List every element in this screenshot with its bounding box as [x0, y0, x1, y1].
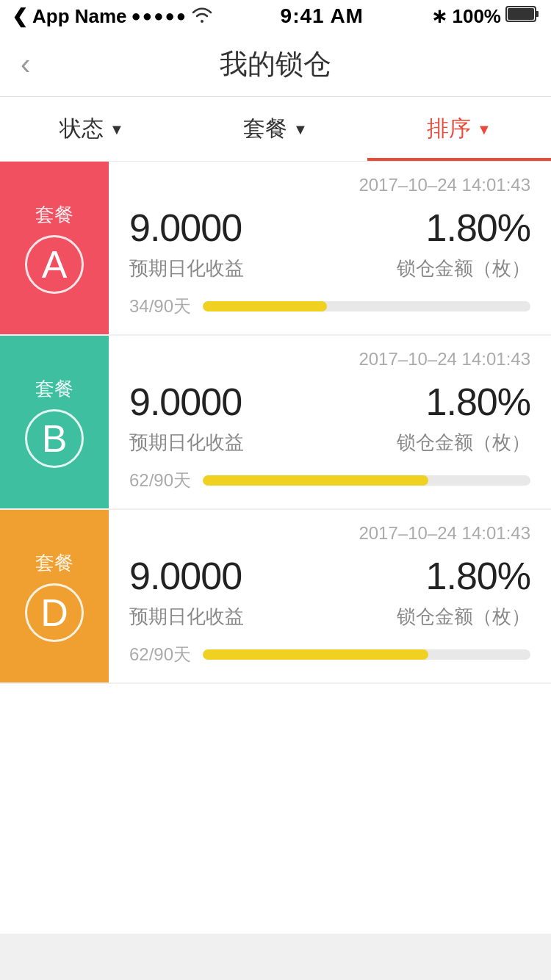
card-sublabel2-b: 锁仓金额（枚）	[397, 430, 530, 455]
progress-bar-bg-a	[203, 301, 530, 311]
card-sublabel1-d: 预期日化收益	[129, 604, 244, 630]
wifi-icon	[192, 5, 212, 28]
svg-rect-1	[536, 11, 539, 17]
svg-rect-2	[508, 8, 534, 20]
card-item[interactable]: 套餐 A 2017–10–24 14:01:43 9.0000 1.80% 预期…	[0, 162, 551, 334]
progress-bar-fill-d	[203, 649, 428, 660]
filter-status-arrow: ▼	[109, 121, 124, 138]
card-list: 套餐 A 2017–10–24 14:01:43 9.0000 1.80% 预期…	[0, 162, 551, 682]
filter-package[interactable]: 套餐 ▼	[184, 97, 367, 161]
card-values-d: 9.0000 1.80%	[129, 554, 530, 598]
app-name: App Name	[32, 5, 127, 28]
card-value1-d: 9.0000	[129, 554, 242, 598]
card-labels-d: 预期日化收益 锁仓金额（枚）	[129, 604, 530, 630]
badge-label-d: 套餐	[35, 550, 73, 576]
bluetooth-icon: ∗	[431, 5, 447, 28]
card-values-a: 9.0000 1.80%	[129, 206, 530, 250]
badge-label-a: 套餐	[35, 202, 73, 228]
battery-icon	[505, 5, 539, 28]
filter-status[interactable]: 状态 ▼	[0, 97, 184, 161]
progress-row-b: 62/90天	[129, 469, 530, 492]
card-item[interactable]: 套餐 B 2017–10–24 14:01:43 9.0000 1.80% 预期…	[0, 336, 551, 508]
card-content-a: 2017–10–24 14:01:43 9.0000 1.80% 预期日化收益 …	[109, 162, 551, 334]
filter-package-label: 套餐	[243, 114, 287, 144]
progress-bar-fill-a	[203, 301, 327, 311]
progress-bar-bg-b	[203, 475, 530, 486]
status-right: ∗ 100%	[431, 5, 539, 28]
badge-letter-a: A	[42, 245, 68, 284]
progress-row-d: 62/90天	[129, 643, 530, 666]
status-time: 9:41 AM	[281, 4, 364, 28]
card-value2-d: 1.80%	[426, 554, 530, 598]
card-value2-a: 1.80%	[426, 206, 530, 250]
filter-package-arrow: ▼	[293, 121, 308, 138]
back-button[interactable]: ‹	[21, 48, 30, 81]
progress-bar-bg-d	[203, 649, 530, 660]
card-value2-b: 1.80%	[426, 380, 530, 424]
card-timestamp-d: 2017–10–24 14:01:43	[129, 523, 530, 544]
badge-circle-b: B	[25, 409, 84, 468]
status-bar: ❮ App Name ●●●●● 9:41 AM ∗ 100%	[0, 0, 551, 32]
badge-circle-a: A	[25, 235, 84, 294]
nav-bar: ‹ 我的锁仓	[0, 32, 551, 97]
card-values-b: 9.0000 1.80%	[129, 380, 530, 424]
card-item[interactable]: 套餐 D 2017–10–24 14:01:43 9.0000 1.80% 预期…	[0, 510, 551, 682]
card-timestamp-a: 2017–10–24 14:01:43	[129, 175, 530, 195]
bottom-area	[0, 684, 551, 934]
filter-status-label: 状态	[60, 114, 104, 144]
badge-letter-d: D	[40, 594, 68, 632]
badge-circle-d: D	[25, 583, 84, 642]
filter-sort-label: 排序	[427, 114, 471, 144]
card-content-d: 2017–10–24 14:01:43 9.0000 1.80% 预期日化收益 …	[109, 510, 551, 682]
filter-sort[interactable]: 排序 ▼	[367, 97, 551, 161]
badge-label-b: 套餐	[35, 376, 73, 402]
card-sublabel2-d: 锁仓金额（枚）	[397, 604, 530, 630]
card-value1-b: 9.0000	[129, 380, 242, 424]
progress-text-b: 62/90天	[129, 469, 191, 492]
card-badge-d: 套餐 D	[0, 510, 109, 682]
card-labels-b: 预期日化收益 锁仓金额（枚）	[129, 430, 530, 455]
progress-text-a: 34/90天	[129, 295, 191, 318]
signal-dots: ●●●●●	[132, 7, 187, 26]
page-title: 我的锁仓	[220, 46, 331, 83]
progress-bar-fill-b	[203, 475, 428, 486]
battery-text: 100%	[452, 5, 501, 28]
filter-sort-arrow: ▼	[477, 121, 491, 138]
card-content-b: 2017–10–24 14:01:43 9.0000 1.80% 预期日化收益 …	[109, 336, 551, 508]
card-value1-a: 9.0000	[129, 206, 242, 250]
badge-letter-b: B	[42, 419, 68, 458]
back-arrow-icon: ❮	[12, 5, 28, 28]
progress-text-d: 62/90天	[129, 643, 191, 666]
card-badge-b: 套餐 B	[0, 336, 109, 508]
card-labels-a: 预期日化收益 锁仓金额（枚）	[129, 256, 530, 281]
card-sublabel1-b: 预期日化收益	[129, 430, 244, 455]
card-timestamp-b: 2017–10–24 14:01:43	[129, 349, 530, 370]
card-sublabel2-a: 锁仓金额（枚）	[397, 256, 530, 281]
card-badge-a: 套餐 A	[0, 162, 109, 334]
filter-bar: 状态 ▼ 套餐 ▼ 排序 ▼	[0, 97, 551, 162]
progress-row-a: 34/90天	[129, 295, 530, 318]
card-sublabel1-a: 预期日化收益	[129, 256, 244, 281]
status-left: ❮ App Name ●●●●●	[12, 5, 212, 28]
